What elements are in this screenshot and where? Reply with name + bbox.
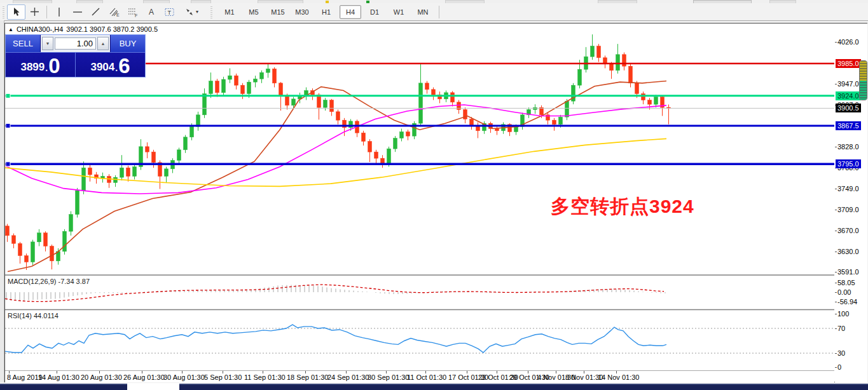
candle-down[interactable] (6, 226, 10, 236)
candle-up[interactable] (38, 233, 41, 242)
candle-down[interactable] (336, 112, 340, 120)
candle-down[interactable] (50, 246, 54, 261)
candle-up[interactable] (203, 94, 207, 115)
candle-down[interactable] (88, 168, 92, 175)
candle-down[interactable] (495, 129, 499, 131)
buy-price[interactable]: 3904 . 6 (76, 52, 145, 77)
candle-down[interactable] (12, 236, 16, 244)
line-drag-handle[interactable] (6, 93, 10, 98)
candle-down[interactable] (146, 147, 149, 152)
candle-up[interactable] (165, 169, 169, 177)
candle-up[interactable] (591, 46, 595, 57)
candle-up[interactable] (228, 76, 232, 79)
time-axis[interactable]: 8 Aug 201914 Aug 01:3020 Aug 01:3026 Aug… (5, 372, 834, 382)
timeframe-button-d1[interactable]: D1 (364, 5, 385, 19)
timeframe-button-h1[interactable]: H1 (315, 5, 337, 19)
collapse-triangle-icon[interactable]: ▲ (8, 27, 13, 32)
candle-down[interactable] (406, 132, 410, 137)
candle-down[interactable] (152, 152, 156, 163)
candle-up[interactable] (196, 115, 200, 126)
cursor-tool-button[interactable] (7, 4, 25, 20)
candle-down[interactable] (375, 152, 378, 158)
candle-up[interactable] (266, 69, 270, 72)
candle-down[interactable] (286, 95, 289, 105)
candle-up[interactable] (387, 149, 391, 165)
timeframe-button-mn[interactable]: MN (412, 5, 434, 19)
candle-down[interactable] (629, 66, 633, 83)
candle-up[interactable] (222, 79, 226, 93)
candle-up[interactable] (31, 242, 35, 262)
candle-down[interactable] (44, 233, 48, 246)
candle-up[interactable] (419, 83, 423, 123)
candle-up[interactable] (247, 82, 251, 93)
candle-down[interactable] (241, 85, 245, 93)
buy-button[interactable]: BUY (110, 35, 145, 52)
candle-down[interactable] (597, 46, 601, 58)
candle-down[interactable] (127, 168, 130, 176)
candle-down[interactable] (610, 64, 614, 71)
candle-down[interactable] (553, 120, 556, 124)
candle-up[interactable] (559, 117, 563, 124)
candle-down[interactable] (216, 81, 219, 93)
sell-button[interactable]: SELL (6, 35, 41, 52)
candle-down[interactable] (18, 243, 22, 255)
candle-up[interactable] (654, 97, 658, 105)
text-label-tool-button[interactable]: T (160, 4, 179, 20)
candle-up[interactable] (190, 126, 194, 137)
text-tool-button[interactable]: A (142, 4, 160, 20)
candle-up[interactable] (114, 177, 118, 182)
candle-down[interactable] (273, 69, 277, 83)
candle-up[interactable] (82, 168, 86, 191)
candle-up[interactable] (209, 81, 213, 94)
volume-input[interactable]: 1.00 (55, 37, 96, 50)
timeframe-button-h4[interactable]: H4 (340, 5, 361, 19)
candle-down[interactable] (362, 133, 366, 141)
candle-up[interactable] (578, 69, 582, 85)
crosshair-tool-button[interactable] (25, 4, 44, 20)
volume-decrease-button[interactable]: ▼ (42, 37, 53, 50)
trendline-tool-button[interactable] (86, 4, 105, 20)
candle-up[interactable] (120, 168, 124, 177)
timeframe-button-m15[interactable]: M15 (267, 5, 289, 19)
candle-up[interactable] (63, 231, 67, 252)
candle-down[interactable] (330, 100, 334, 112)
candle-down[interactable] (25, 256, 29, 262)
candle-down[interactable] (623, 55, 626, 66)
candle-up[interactable] (69, 215, 73, 232)
ma-slow-yellow[interactable] (5, 138, 666, 186)
candle-down[interactable] (451, 93, 455, 102)
candle-up[interactable] (260, 72, 264, 79)
candle-down[interactable] (642, 94, 645, 100)
vertical-line-tool-button[interactable] (50, 4, 68, 20)
candle-up[interactable] (400, 132, 404, 138)
candle-up[interactable] (76, 191, 79, 215)
candle-down[interactable] (425, 83, 429, 90)
candle-down[interactable] (432, 90, 436, 95)
timeframe-button-w1[interactable]: W1 (388, 5, 410, 19)
chart-text-annotation[interactable]: 多空转折点3924 (551, 194, 694, 220)
candle-up[interactable] (394, 138, 397, 149)
candle-up[interactable] (616, 55, 620, 71)
candle-up[interactable] (565, 101, 569, 117)
scrollbar-thumb[interactable] (859, 60, 867, 100)
candle-down[interactable] (470, 119, 474, 126)
candle-up[interactable] (292, 99, 296, 105)
timeframe-button-m5[interactable]: M5 (243, 5, 265, 19)
candle-down[interactable] (279, 83, 283, 95)
sell-price[interactable]: 3899 . 0 (6, 52, 76, 77)
candle-up[interactable] (184, 137, 188, 150)
equidistant-channel-tool-button[interactable]: E (105, 4, 123, 20)
volume-increase-button[interactable]: ▲ (97, 37, 109, 50)
candle-down[interactable] (368, 142, 372, 152)
line-drag-handle[interactable] (6, 162, 10, 166)
candle-down[interactable] (464, 110, 467, 119)
fibonacci-tool-button[interactable]: F (123, 4, 142, 20)
candle-down[interactable] (648, 100, 652, 105)
candle-down[interactable] (235, 76, 238, 85)
toolbar-grip[interactable] (209, 6, 214, 18)
toolbar-grip[interactable] (1, 6, 6, 18)
candle-up[interactable] (254, 79, 258, 82)
candle-up[interactable] (177, 150, 181, 161)
timeframe-button-m30[interactable]: M30 (291, 5, 313, 19)
arrows-tool-button[interactable]: ▾ (179, 4, 204, 20)
